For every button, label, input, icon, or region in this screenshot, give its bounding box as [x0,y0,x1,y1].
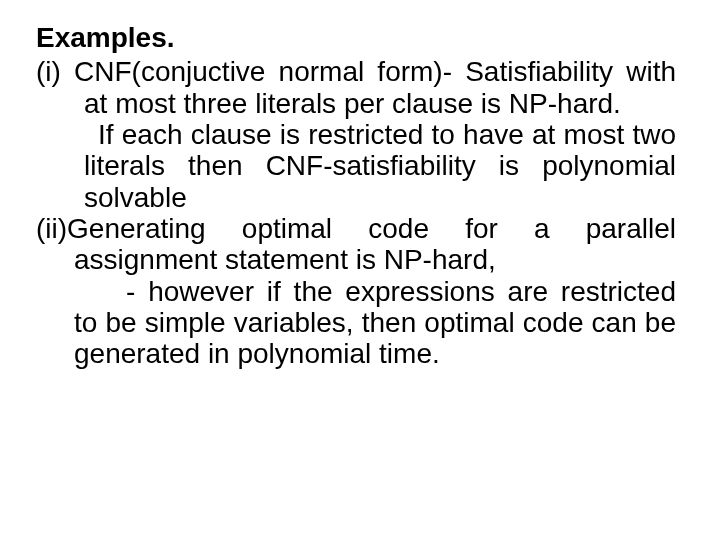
list-item: (ii)Generating optimal code for a parall… [36,213,676,276]
item-sub-text: - however if the expressions are restric… [36,276,676,370]
item-main-text: Generating optimal code for a parallel a… [67,213,676,275]
item-main-text: CNF(conjuctive normal form)- Satisfiabil… [74,56,676,118]
slide: Examples.(i) CNF(conjuctive normal form)… [0,0,720,540]
item-sub-text: If each clause is restricted to have at … [36,119,676,213]
item-marker: (ii) [36,213,67,244]
item-marker: (i) [36,56,74,87]
examples-heading: Examples. [36,22,676,54]
list-item: (i) CNF(conjuctive normal form)- Satisfi… [36,56,676,119]
